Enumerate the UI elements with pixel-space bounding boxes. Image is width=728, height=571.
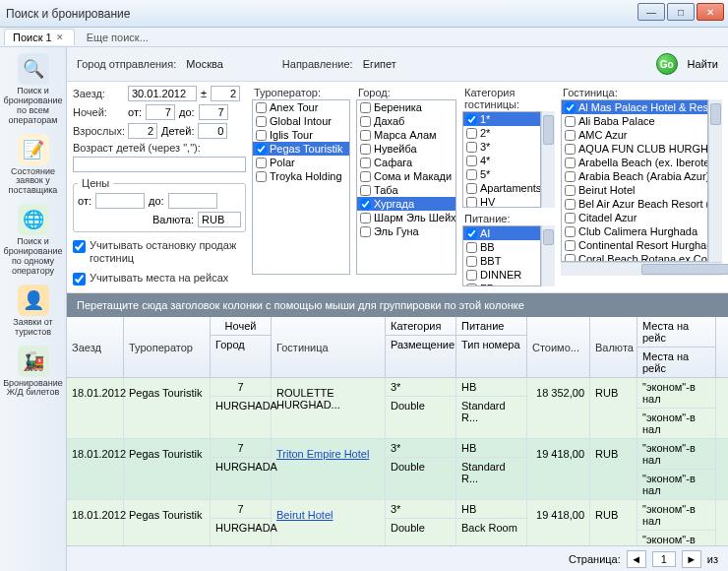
currency-input[interactable]: [198, 212, 241, 227]
page-next-button[interactable]: ►: [682, 550, 701, 568]
list-checkbox[interactable]: [565, 130, 576, 141]
list-item[interactable]: Troyka Holding: [253, 169, 349, 183]
col-operator[interactable]: Туроператор: [124, 317, 211, 377]
list-item[interactable]: Global Intour: [253, 114, 349, 128]
page-prev-button[interactable]: ◄: [627, 550, 646, 568]
list-item[interactable]: AMC Azur: [562, 128, 707, 142]
list-item[interactable]: Береника: [357, 100, 455, 114]
list-checkbox[interactable]: [360, 199, 371, 210]
list-checkbox[interactable]: [360, 102, 371, 113]
col-nights[interactable]: Ночей Город: [211, 317, 272, 377]
list-item[interactable]: 2*: [463, 126, 540, 140]
checkin-input[interactable]: [128, 86, 197, 101]
hotel-link[interactable]: Beirut Hotel: [276, 509, 333, 521]
nights-to-input[interactable]: [199, 104, 228, 120]
list-item[interactable]: AI: [463, 226, 540, 240]
plusminus-input[interactable]: [211, 86, 240, 101]
find-label[interactable]: Найти: [688, 58, 718, 70]
list-item[interactable]: Club Calimera Hurghada: [562, 224, 707, 238]
list-item[interactable]: BB: [463, 240, 540, 254]
kids-input[interactable]: [198, 123, 227, 139]
list-checkbox[interactable]: [565, 240, 576, 251]
table-row[interactable]: 18.01.2012Pegas Touristik7HURGHADAROULET…: [67, 378, 728, 439]
list-item[interactable]: Citadel Azur: [562, 211, 707, 224]
col-meal[interactable]: Питание Тип номера: [456, 317, 527, 377]
list-checkbox[interactable]: [466, 270, 477, 281]
hotel-scrollbar[interactable]: [708, 99, 722, 262]
list-item[interactable]: BBT: [463, 254, 540, 268]
col-category[interactable]: Категория Размещение: [386, 317, 456, 377]
sidebar-item-2[interactable]: 🌐Поиск и бронирование по одному оператор…: [3, 204, 64, 277]
list-item[interactable]: Хургада: [357, 197, 455, 211]
list-checkbox[interactable]: [360, 185, 371, 196]
list-checkbox[interactable]: [256, 171, 267, 182]
list-item[interactable]: Марса Алам: [357, 128, 455, 142]
tab-close-icon[interactable]: ✕: [56, 32, 66, 42]
list-checkbox[interactable]: [360, 144, 371, 155]
table-row[interactable]: 18.01.2012Pegas Touristik7HURGHADABeirut…: [67, 500, 728, 545]
list-item[interactable]: Сафага: [357, 156, 455, 169]
list-item[interactable]: DINNER: [463, 268, 540, 282]
maximize-button[interactable]: □: [667, 3, 695, 21]
list-item[interactable]: Bel Air Azur Beach Resort (ex. Bel Air R: [562, 197, 707, 211]
meal-listbox[interactable]: AIBBBBTDINNERFBFBT: [462, 225, 541, 286]
list-checkbox[interactable]: [565, 185, 576, 196]
list-checkbox[interactable]: [466, 197, 477, 208]
list-checkbox[interactable]: [466, 169, 477, 180]
list-checkbox[interactable]: [565, 102, 576, 113]
tab-search-1[interactable]: Поиск 1 ✕: [4, 29, 75, 45]
list-item[interactable]: Нувейба: [357, 142, 455, 156]
list-checkbox[interactable]: [466, 114, 477, 125]
list-item[interactable]: Coral Beach Rotana ex.Coral beach): [562, 252, 707, 262]
page-input[interactable]: [652, 551, 676, 567]
flight-seats-checkbox[interactable]: [73, 273, 86, 286]
col-price[interactable]: Стоимо...: [527, 317, 590, 377]
list-checkbox[interactable]: [466, 142, 477, 153]
list-item[interactable]: Al Mas Palace Hotel & Resort (компле: [562, 100, 707, 114]
list-checkbox[interactable]: [256, 130, 267, 141]
list-item[interactable]: 4*: [463, 154, 540, 167]
list-checkbox[interactable]: [466, 156, 477, 166]
hotel-link[interactable]: Triton Empire Hotel: [276, 448, 369, 460]
list-item[interactable]: 5*: [463, 167, 540, 181]
category-scrollbar[interactable]: [541, 111, 555, 208]
list-checkbox[interactable]: [466, 242, 477, 253]
list-item[interactable]: Anex Tour: [253, 100, 349, 114]
list-item[interactable]: Apartaments: [463, 181, 540, 195]
list-checkbox[interactable]: [256, 144, 267, 155]
sidebar-item-0[interactable]: 🔍Поиск и бронирование по всем операторам: [3, 53, 64, 126]
list-checkbox[interactable]: [466, 256, 477, 267]
list-item[interactable]: Ali Baba Palace: [562, 114, 707, 128]
list-item[interactable]: Дахаб: [357, 114, 455, 128]
hotel-hscrollbar[interactable]: [561, 262, 722, 276]
list-item[interactable]: Эль Гуна: [357, 224, 455, 238]
list-checkbox[interactable]: [256, 116, 267, 127]
list-item[interactable]: Continental Resort Hurghada (ex. Interc: [562, 238, 707, 252]
nights-from-input[interactable]: [146, 104, 175, 120]
close-button[interactable]: ✕: [697, 3, 724, 21]
table-row[interactable]: 18.01.2012Pegas Touristik7HURGHADATriton…: [67, 439, 728, 500]
list-item[interactable]: Шарм Эль Шейх: [357, 211, 455, 224]
list-checkbox[interactable]: [360, 158, 371, 168]
list-item[interactable]: AQUA FUN CLUB HURGHADA HOTE: [562, 142, 707, 156]
sidebar-item-3[interactable]: 👤Заявки от туристов: [3, 285, 64, 338]
adults-input[interactable]: [128, 123, 157, 139]
list-item[interactable]: HV: [463, 195, 540, 208]
list-item[interactable]: Pegas Touristik: [253, 142, 349, 156]
list-item[interactable]: 1*: [463, 112, 540, 126]
direction-value[interactable]: Египет: [363, 58, 396, 70]
list-checkbox[interactable]: [565, 158, 576, 168]
list-item[interactable]: Iglis Tour: [253, 128, 349, 142]
list-checkbox[interactable]: [360, 130, 371, 141]
list-checkbox[interactable]: [360, 226, 371, 237]
minimize-button[interactable]: —: [637, 3, 665, 21]
list-checkbox[interactable]: [565, 144, 576, 155]
list-checkbox[interactable]: [466, 128, 477, 139]
list-checkbox[interactable]: [565, 254, 576, 263]
list-checkbox[interactable]: [565, 171, 576, 182]
kids-ages-input[interactable]: [73, 157, 246, 172]
category-listbox[interactable]: 1*2*3*4*5*ApartamentsHVHV-2: [462, 111, 541, 208]
list-item[interactable]: 3*: [463, 140, 540, 154]
list-checkbox[interactable]: [360, 116, 371, 127]
tab-more-search[interactable]: Еще поиск...: [79, 30, 156, 45]
